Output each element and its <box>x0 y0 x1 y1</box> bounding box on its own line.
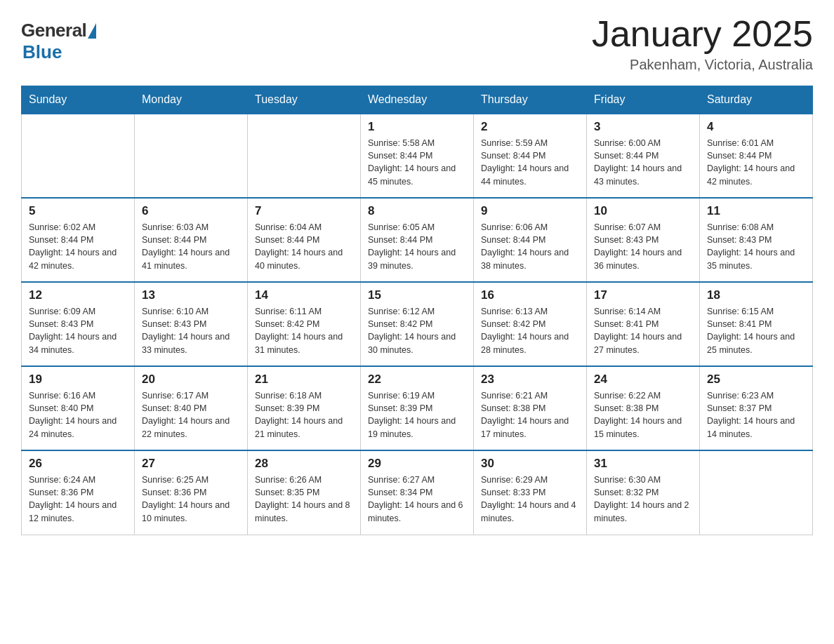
day-info: Sunrise: 6:00 AM Sunset: 8:44 PM Dayligh… <box>594 137 692 188</box>
day-info: Sunrise: 6:29 AM Sunset: 8:33 PM Dayligh… <box>481 474 579 525</box>
day-info: Sunrise: 6:03 AM Sunset: 8:44 PM Dayligh… <box>142 221 240 272</box>
calendar-week-row: 5Sunrise: 6:02 AM Sunset: 8:44 PM Daylig… <box>22 198 813 282</box>
day-info: Sunrise: 5:58 AM Sunset: 8:44 PM Dayligh… <box>368 137 466 188</box>
calendar-cell: 27Sunrise: 6:25 AM Sunset: 8:36 PM Dayli… <box>135 450 248 535</box>
day-number: 23 <box>481 373 579 387</box>
calendar-cell: 22Sunrise: 6:19 AM Sunset: 8:39 PM Dayli… <box>361 366 474 450</box>
day-number: 19 <box>29 373 127 387</box>
day-number: 29 <box>368 457 466 471</box>
day-number: 8 <box>368 204 466 218</box>
calendar-cell <box>135 114 248 198</box>
calendar-cell <box>700 450 813 535</box>
day-number: 11 <box>707 204 805 218</box>
calendar-week-row: 26Sunrise: 6:24 AM Sunset: 8:36 PM Dayli… <box>22 450 813 535</box>
day-info: Sunrise: 6:10 AM Sunset: 8:43 PM Dayligh… <box>142 305 240 356</box>
day-number: 20 <box>142 373 240 387</box>
day-number: 21 <box>255 373 353 387</box>
page-header: General Blue January 2025 Pakenham, Vict… <box>21 14 813 73</box>
day-number: 7 <box>255 204 353 218</box>
day-number: 27 <box>142 457 240 471</box>
calendar-table: SundayMondayTuesdayWednesdayThursdayFrid… <box>21 86 813 535</box>
calendar-cell: 26Sunrise: 6:24 AM Sunset: 8:36 PM Dayli… <box>22 450 135 535</box>
day-number: 10 <box>594 204 692 218</box>
calendar-cell: 13Sunrise: 6:10 AM Sunset: 8:43 PM Dayli… <box>135 282 248 366</box>
day-of-week-header: Saturday <box>700 86 813 114</box>
calendar-cell: 6Sunrise: 6:03 AM Sunset: 8:44 PM Daylig… <box>135 198 248 282</box>
calendar-cell: 23Sunrise: 6:21 AM Sunset: 8:38 PM Dayli… <box>474 366 587 450</box>
day-info: Sunrise: 6:26 AM Sunset: 8:35 PM Dayligh… <box>255 474 353 525</box>
day-info: Sunrise: 6:05 AM Sunset: 8:44 PM Dayligh… <box>368 221 466 272</box>
calendar-cell: 14Sunrise: 6:11 AM Sunset: 8:42 PM Dayli… <box>248 282 361 366</box>
day-info: Sunrise: 6:09 AM Sunset: 8:43 PM Dayligh… <box>29 305 127 356</box>
day-info: Sunrise: 6:22 AM Sunset: 8:38 PM Dayligh… <box>594 389 692 441</box>
day-info: Sunrise: 6:18 AM Sunset: 8:39 PM Dayligh… <box>255 389 353 441</box>
day-info: Sunrise: 6:16 AM Sunset: 8:40 PM Dayligh… <box>29 389 127 441</box>
day-of-week-header: Tuesday <box>248 86 361 114</box>
calendar-title: January 2025 <box>592 14 813 54</box>
day-info: Sunrise: 6:23 AM Sunset: 8:37 PM Dayligh… <box>707 389 805 441</box>
calendar-cell: 1Sunrise: 5:58 AM Sunset: 8:44 PM Daylig… <box>361 114 474 198</box>
calendar-cell: 25Sunrise: 6:23 AM Sunset: 8:37 PM Dayli… <box>700 366 813 450</box>
logo-triangle-icon <box>88 23 96 39</box>
day-number: 2 <box>481 120 579 134</box>
logo-general-text: General <box>21 20 86 41</box>
day-number: 5 <box>29 204 127 218</box>
day-number: 12 <box>29 288 127 302</box>
calendar-cell: 9Sunrise: 6:06 AM Sunset: 8:44 PM Daylig… <box>474 198 587 282</box>
calendar-cell: 20Sunrise: 6:17 AM Sunset: 8:40 PM Dayli… <box>135 366 248 450</box>
calendar-cell: 2Sunrise: 5:59 AM Sunset: 8:44 PM Daylig… <box>474 114 587 198</box>
logo-blue-text: Blue <box>22 41 62 63</box>
day-info: Sunrise: 6:01 AM Sunset: 8:44 PM Dayligh… <box>707 137 805 188</box>
day-info: Sunrise: 6:15 AM Sunset: 8:41 PM Dayligh… <box>707 305 805 356</box>
day-of-week-header: Thursday <box>474 86 587 114</box>
day-number: 3 <box>594 120 692 134</box>
calendar-cell: 7Sunrise: 6:04 AM Sunset: 8:44 PM Daylig… <box>248 198 361 282</box>
day-number: 14 <box>255 288 353 302</box>
day-number: 9 <box>481 204 579 218</box>
day-info: Sunrise: 6:13 AM Sunset: 8:42 PM Dayligh… <box>481 305 579 356</box>
calendar-cell <box>248 114 361 198</box>
day-info: Sunrise: 6:17 AM Sunset: 8:40 PM Dayligh… <box>142 389 240 441</box>
calendar-cell: 3Sunrise: 6:00 AM Sunset: 8:44 PM Daylig… <box>587 114 700 198</box>
day-number: 6 <box>142 204 240 218</box>
day-info: Sunrise: 6:02 AM Sunset: 8:44 PM Dayligh… <box>29 221 127 272</box>
calendar-week-row: 1Sunrise: 5:58 AM Sunset: 8:44 PM Daylig… <box>22 114 813 198</box>
calendar-week-row: 19Sunrise: 6:16 AM Sunset: 8:40 PM Dayli… <box>22 366 813 450</box>
day-info: Sunrise: 5:59 AM Sunset: 8:44 PM Dayligh… <box>481 137 579 188</box>
day-info: Sunrise: 6:19 AM Sunset: 8:39 PM Dayligh… <box>368 389 466 441</box>
day-number: 16 <box>481 288 579 302</box>
calendar-header-row: SundayMondayTuesdayWednesdayThursdayFrid… <box>22 86 813 114</box>
calendar-cell: 4Sunrise: 6:01 AM Sunset: 8:44 PM Daylig… <box>700 114 813 198</box>
day-info: Sunrise: 6:27 AM Sunset: 8:34 PM Dayligh… <box>368 474 466 525</box>
day-number: 26 <box>29 457 127 471</box>
day-info: Sunrise: 6:14 AM Sunset: 8:41 PM Dayligh… <box>594 305 692 356</box>
calendar-week-row: 12Sunrise: 6:09 AM Sunset: 8:43 PM Dayli… <box>22 282 813 366</box>
day-of-week-header: Sunday <box>22 86 135 114</box>
day-number: 17 <box>594 288 692 302</box>
day-number: 24 <box>594 373 692 387</box>
day-number: 22 <box>368 373 466 387</box>
day-number: 1 <box>368 120 466 134</box>
day-number: 31 <box>594 457 692 471</box>
day-number: 25 <box>707 373 805 387</box>
calendar-cell: 10Sunrise: 6:07 AM Sunset: 8:43 PM Dayli… <box>587 198 700 282</box>
day-of-week-header: Monday <box>135 86 248 114</box>
calendar-cell: 28Sunrise: 6:26 AM Sunset: 8:35 PM Dayli… <box>248 450 361 535</box>
title-block: January 2025 Pakenham, Victoria, Austral… <box>592 14 813 73</box>
day-info: Sunrise: 6:30 AM Sunset: 8:32 PM Dayligh… <box>594 474 692 525</box>
calendar-cell: 8Sunrise: 6:05 AM Sunset: 8:44 PM Daylig… <box>361 198 474 282</box>
day-info: Sunrise: 6:12 AM Sunset: 8:42 PM Dayligh… <box>368 305 466 356</box>
day-info: Sunrise: 6:21 AM Sunset: 8:38 PM Dayligh… <box>481 389 579 441</box>
calendar-cell: 5Sunrise: 6:02 AM Sunset: 8:44 PM Daylig… <box>22 198 135 282</box>
calendar-cell: 12Sunrise: 6:09 AM Sunset: 8:43 PM Dayli… <box>22 282 135 366</box>
calendar-cell: 29Sunrise: 6:27 AM Sunset: 8:34 PM Dayli… <box>361 450 474 535</box>
calendar-cell: 11Sunrise: 6:08 AM Sunset: 8:43 PM Dayli… <box>700 198 813 282</box>
day-of-week-header: Friday <box>587 86 700 114</box>
calendar-cell: 31Sunrise: 6:30 AM Sunset: 8:32 PM Dayli… <box>587 450 700 535</box>
logo: General Blue <box>21 20 96 63</box>
calendar-cell: 19Sunrise: 6:16 AM Sunset: 8:40 PM Dayli… <box>22 366 135 450</box>
day-info: Sunrise: 6:11 AM Sunset: 8:42 PM Dayligh… <box>255 305 353 356</box>
day-number: 28 <box>255 457 353 471</box>
day-number: 4 <box>707 120 805 134</box>
day-info: Sunrise: 6:25 AM Sunset: 8:36 PM Dayligh… <box>142 474 240 525</box>
